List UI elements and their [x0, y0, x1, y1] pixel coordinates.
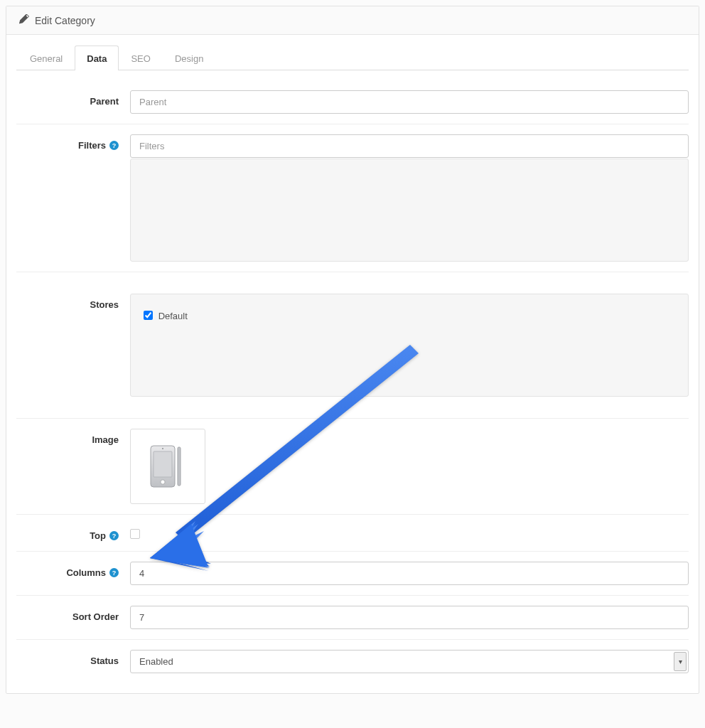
stores-default-option[interactable]: Default	[141, 311, 188, 321]
row-filters: Filters ?	[16, 124, 689, 272]
label-sort-order: Sort Order	[16, 606, 130, 622]
image-thumbnail[interactable]	[130, 429, 205, 504]
tabs: General Data SEO Design	[16, 45, 689, 70]
label-status: Status	[16, 650, 130, 666]
top-checkbox[interactable]	[130, 529, 140, 539]
svg-point-2	[161, 480, 165, 484]
pencil-icon	[19, 14, 35, 26]
label-stores: Stores	[16, 294, 130, 310]
panel-title: Edit Category	[35, 15, 95, 26]
tab-data[interactable]: Data	[75, 46, 119, 70]
label-columns: Columns ?	[16, 562, 130, 578]
help-icon[interactable]: ?	[109, 531, 119, 540]
stores-well: Default	[130, 294, 689, 397]
row-status: Status Enabled ▾	[16, 640, 689, 683]
svg-rect-1	[154, 451, 172, 477]
row-sort-order: Sort Order	[16, 596, 689, 640]
stores-default-checkbox[interactable]	[144, 311, 153, 320]
svg-point-3	[162, 448, 163, 449]
help-icon[interactable]: ?	[109, 141, 119, 150]
help-icon[interactable]: ?	[109, 568, 119, 577]
row-parent: Parent	[16, 70, 689, 124]
panel-header: Edit Category	[6, 6, 699, 35]
columns-input[interactable]	[130, 562, 689, 585]
label-image: Image	[16, 429, 130, 445]
filters-input[interactable]	[130, 134, 689, 158]
sort-order-input[interactable]	[130, 606, 689, 629]
edit-category-panel: Edit Category General Data SEO Design Pa…	[6, 6, 699, 694]
row-image: Image	[16, 419, 689, 515]
product-image-icon	[146, 441, 189, 491]
parent-input[interactable]	[130, 90, 689, 114]
row-stores: Stores Default	[16, 272, 689, 419]
svg-rect-4	[178, 447, 181, 486]
label-top: Top ?	[16, 525, 130, 541]
status-select[interactable]: Enabled	[130, 650, 689, 673]
row-columns: Columns ?	[16, 552, 689, 596]
label-filters: Filters ?	[16, 134, 130, 151]
panel-body: General Data SEO Design Parent Filters ?	[6, 35, 699, 693]
filters-well[interactable]	[130, 159, 689, 262]
label-parent: Parent	[16, 90, 130, 107]
tab-design[interactable]: Design	[163, 46, 215, 70]
tab-seo[interactable]: SEO	[119, 46, 162, 70]
row-top: Top ?	[16, 515, 689, 552]
tab-general[interactable]: General	[18, 46, 75, 70]
